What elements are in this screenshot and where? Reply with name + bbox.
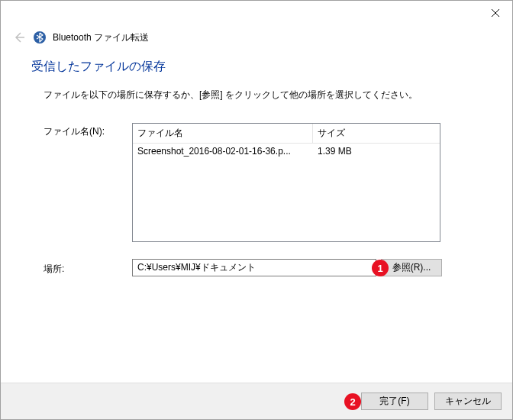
file-list[interactable]: ファイル名 サイズ Screenshot_2016-08-02-01-16-36… [132, 123, 440, 242]
page-heading: 受信したファイルの保存 [31, 59, 482, 75]
dialog-title: Bluetooth ファイル転送 [53, 31, 149, 44]
cancel-button[interactable]: キャンセル [434, 393, 502, 410]
dialog-content: 受信したファイルの保存 ファイルを以下の場所に保存するか、[参照] をクリックし… [1, 45, 512, 276]
column-header-name[interactable]: ファイル名 [133, 124, 313, 143]
titlebar [1, 1, 512, 25]
bluetooth-icon [33, 31, 47, 44]
location-input[interactable] [132, 259, 376, 276]
close-icon [492, 9, 499, 17]
filename-row: ファイル名(N): ファイル名 サイズ Screenshot_2016-08-0… [31, 123, 482, 242]
browse-button[interactable]: 参照(R)... [381, 259, 442, 276]
annotation-marker-2: 2 [344, 393, 361, 410]
location-row: 場所: 1 参照(R)... [31, 259, 482, 276]
file-name-cell: Screenshot_2016-08-02-01-16-36.p... [133, 144, 313, 159]
back-arrow-icon [12, 31, 26, 44]
file-list-row[interactable]: Screenshot_2016-08-02-01-16-36.p... 1.39… [133, 144, 440, 159]
close-button[interactable] [478, 1, 512, 25]
location-label: 場所: [44, 260, 132, 276]
back-button[interactable] [11, 30, 27, 45]
file-list-header: ファイル名 サイズ [133, 124, 440, 144]
instruction-text: ファイルを以下の場所に保存するか、[参照] をクリックして他の場所を選択してくだ… [31, 89, 482, 102]
column-header-size[interactable]: サイズ [313, 124, 440, 143]
dialog-footer: 2 完了(F) キャンセル [1, 383, 512, 419]
dialog-header: Bluetooth ファイル転送 [1, 25, 512, 45]
annotation-marker-1: 1 [372, 260, 389, 276]
file-size-cell: 1.39 MB [313, 144, 440, 159]
finish-button[interactable]: 完了(F) [361, 393, 428, 410]
filename-label: ファイル名(N): [44, 123, 132, 138]
